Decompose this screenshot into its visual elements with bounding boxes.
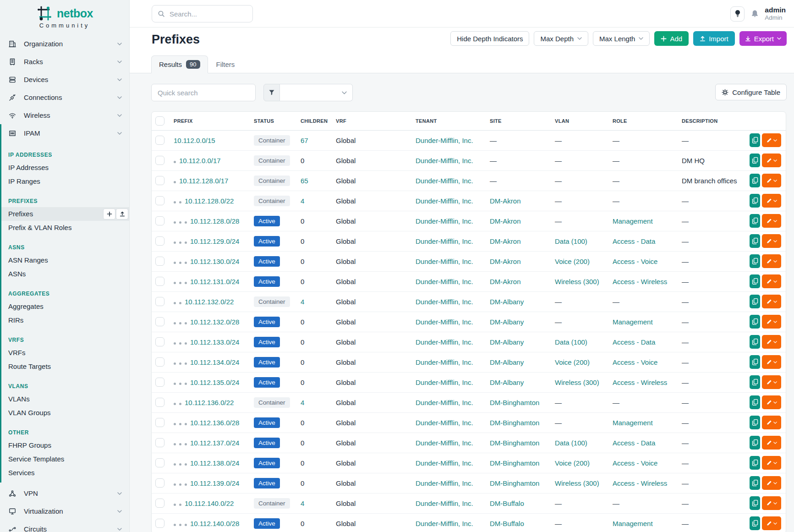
clone-button[interactable] xyxy=(750,133,760,147)
user-menu[interactable]: admin Admin xyxy=(765,6,786,22)
sidebar-item-vrfs[interactable]: VRFs xyxy=(1,346,129,360)
configure-table-button[interactable]: Configure Table xyxy=(715,84,787,100)
sidebar-item-ip-addresses[interactable]: IP Addresses xyxy=(1,161,129,175)
row-checkbox[interactable] xyxy=(155,438,164,447)
column-header-description[interactable]: DESCRIPTION xyxy=(682,112,747,130)
max-depth-dropdown[interactable]: Max Depth xyxy=(534,31,588,46)
clone-button[interactable] xyxy=(750,254,760,268)
clone-button[interactable] xyxy=(750,516,760,530)
clone-button[interactable] xyxy=(750,355,760,369)
clone-button[interactable] xyxy=(750,174,760,187)
clone-button[interactable] xyxy=(750,395,760,409)
row-checkbox[interactable] xyxy=(155,156,164,165)
column-header-status[interactable]: STATUS xyxy=(254,112,301,130)
row-checkbox[interactable] xyxy=(155,378,164,387)
clone-button[interactable] xyxy=(750,315,760,329)
edit-button[interactable] xyxy=(762,214,781,228)
edit-button[interactable] xyxy=(762,154,781,167)
filter-button[interactable] xyxy=(263,84,280,101)
row-checkbox[interactable] xyxy=(155,458,164,467)
saved-filter-select[interactable] xyxy=(280,84,353,101)
clone-button[interactable] xyxy=(750,436,760,450)
sidebar-item-prefix-vlan-roles[interactable]: Prefix & VLAN Roles xyxy=(1,221,129,235)
clone-button[interactable] xyxy=(750,416,760,429)
column-header-vlan[interactable]: VLAN xyxy=(555,112,613,130)
edit-button[interactable] xyxy=(762,335,781,349)
sidebar-item-aggregates[interactable]: Aggregates xyxy=(1,300,129,313)
column-header-tenant[interactable]: TENANT xyxy=(416,112,490,130)
clone-button[interactable] xyxy=(750,194,760,208)
row-checkbox[interactable] xyxy=(155,337,164,346)
edit-button[interactable] xyxy=(762,234,781,248)
edit-button[interactable] xyxy=(762,375,781,389)
sidebar-item-circuits[interactable]: Circuits xyxy=(0,520,129,532)
edit-button[interactable] xyxy=(762,516,781,530)
search-input[interactable] xyxy=(170,10,247,18)
clone-button[interactable] xyxy=(750,295,760,308)
sidebar-item-vlan-groups[interactable]: VLAN Groups xyxy=(1,406,129,420)
notifications-button[interactable] xyxy=(751,10,759,18)
clone-button[interactable] xyxy=(750,456,760,470)
add-prefix-button[interactable] xyxy=(103,208,115,219)
tab-results[interactable]: Results 90 xyxy=(151,55,208,73)
hide-depth-indicators-button[interactable]: Hide Depth Indicators xyxy=(450,31,529,46)
import-button[interactable]: Import xyxy=(693,31,735,46)
sidebar-item-vpn[interactable]: VPN xyxy=(0,484,129,502)
sidebar-item-ip-ranges[interactable]: IP Ranges xyxy=(1,175,129,188)
row-checkbox[interactable] xyxy=(155,478,164,488)
sidebar-item-wireless[interactable]: Wireless xyxy=(0,106,129,124)
edit-button[interactable] xyxy=(762,456,781,470)
sidebar-item-fhrp-groups[interactable]: FHRP Groups xyxy=(1,439,129,452)
clone-button[interactable] xyxy=(750,496,760,510)
sidebar-item-prefixes[interactable]: Prefixes xyxy=(1,207,129,221)
prefix-link[interactable]: 10.112.129.0/24 xyxy=(190,237,239,245)
edit-button[interactable] xyxy=(762,315,781,329)
row-checkbox[interactable] xyxy=(155,196,164,205)
row-checkbox[interactable] xyxy=(155,216,164,225)
clone-button[interactable] xyxy=(750,274,760,288)
sidebar-item-virtualization[interactable]: Virtualization xyxy=(0,502,129,520)
row-checkbox[interactable] xyxy=(155,297,164,306)
prefix-link[interactable]: 10.112.134.0/24 xyxy=(190,358,239,366)
prefix-link[interactable]: 10.112.137.0/24 xyxy=(190,439,239,447)
edit-button[interactable] xyxy=(762,174,781,187)
clone-button[interactable] xyxy=(750,234,760,248)
column-header-role[interactable]: ROLE xyxy=(613,112,682,130)
prefix-link[interactable]: 10.112.140.0/28 xyxy=(190,520,239,527)
row-checkbox[interactable] xyxy=(155,519,164,528)
row-checkbox[interactable] xyxy=(155,499,164,508)
row-checkbox[interactable] xyxy=(155,257,164,266)
prefix-link[interactable]: 10.112.132.0/22 xyxy=(185,298,234,306)
logo[interactable]: netbox xyxy=(0,0,129,22)
prefix-link[interactable]: 10.112.135.0/24 xyxy=(190,378,239,386)
prefix-link[interactable]: 10.112.130.0/24 xyxy=(190,258,239,265)
global-search[interactable] xyxy=(152,5,253,22)
row-checkbox[interactable] xyxy=(155,418,164,427)
prefix-link[interactable]: 10.112.140.0/22 xyxy=(185,499,234,507)
sidebar-item-asn-ranges[interactable]: ASN Ranges xyxy=(1,253,129,267)
prefix-link[interactable]: 10.112.136.0/28 xyxy=(190,419,239,427)
sidebar-item-route-targets[interactable]: Route Targets xyxy=(1,360,129,373)
row-checkbox[interactable] xyxy=(155,176,164,185)
export-button[interactable]: Export xyxy=(739,31,787,46)
column-header-children[interactable]: CHILDREN xyxy=(301,112,336,130)
edit-button[interactable] xyxy=(762,496,781,510)
prefix-link[interactable]: 10.112.139.0/24 xyxy=(190,479,239,487)
edit-button[interactable] xyxy=(762,295,781,308)
edit-button[interactable] xyxy=(762,395,781,409)
sidebar-item-asns[interactable]: ASNs xyxy=(1,267,129,281)
edit-button[interactable] xyxy=(762,254,781,268)
sidebar-item-devices[interactable]: Devices xyxy=(0,71,129,88)
prefix-link[interactable]: 10.112.131.0/24 xyxy=(190,278,239,285)
sidebar-item-vlans[interactable]: VLANs xyxy=(1,392,129,406)
row-checkbox[interactable] xyxy=(155,398,164,407)
edit-button[interactable] xyxy=(762,133,781,147)
sidebar-item-service-templates[interactable]: Service Templates xyxy=(1,452,129,466)
sidebar-item-organization[interactable]: Organization xyxy=(0,35,129,53)
edit-button[interactable] xyxy=(762,194,781,208)
prefix-link[interactable]: 10.112.133.0/24 xyxy=(190,338,239,346)
theme-toggle-button[interactable] xyxy=(730,6,745,22)
sidebar-item-ipam[interactable]: IPAM xyxy=(1,124,129,142)
prefix-link[interactable]: 10.112.132.0/28 xyxy=(190,318,239,326)
sidebar-item-services[interactable]: Services xyxy=(1,466,129,480)
